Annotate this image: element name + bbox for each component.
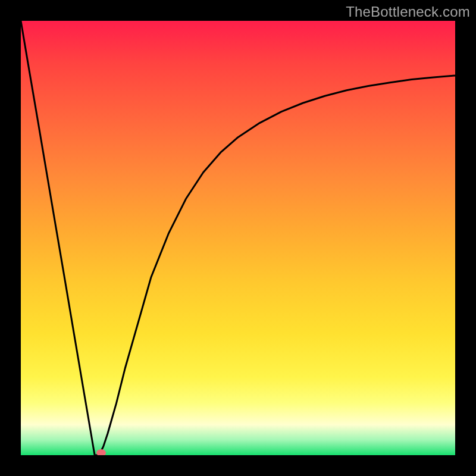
chart-svg xyxy=(21,21,455,455)
plot-area xyxy=(21,21,455,455)
bottleneck-curve xyxy=(21,21,455,455)
minimum-marker xyxy=(96,449,106,455)
watermark-text: TheBottleneck.com xyxy=(346,4,470,20)
chart-frame: TheBottleneck.com xyxy=(0,0,476,476)
